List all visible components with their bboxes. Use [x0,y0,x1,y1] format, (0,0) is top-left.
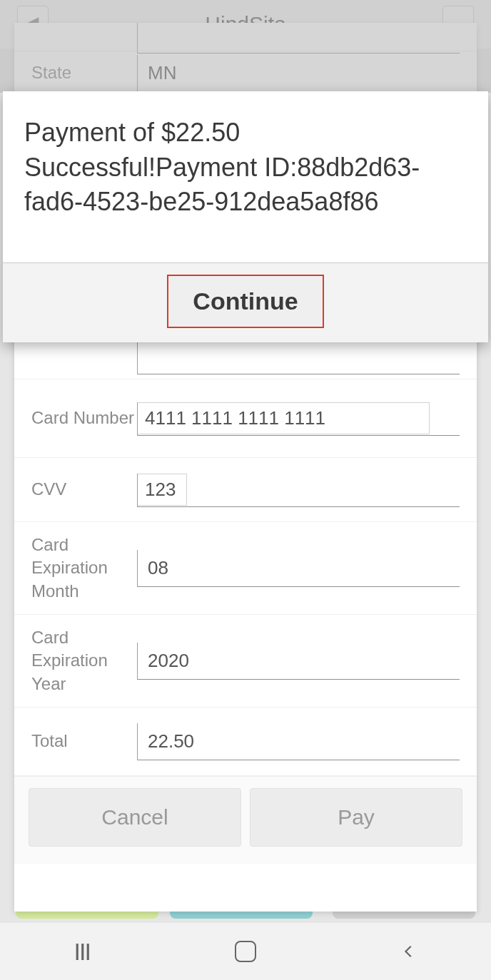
nav-recent-icon[interactable]: III [61,937,103,966]
total-field[interactable] [137,723,460,760]
card-number-field[interactable] [137,402,430,434]
dialog-actions: Continue [3,262,488,342]
nav-back-icon[interactable] [388,937,430,966]
exp-month-field[interactable] [137,550,460,587]
row-exp-year: Card Expiration Year [14,615,477,708]
label-cvv: CVV [31,478,137,501]
cancel-label: Cancel [101,805,168,830]
label-exp-month: Card Expiration Month [31,534,137,603]
dialog-body: Payment of $22.50 Successful!Payment ID:… [3,91,488,262]
label-exp-year: Card Expiration Year [31,626,137,695]
label-card-number: Card Number [31,407,137,429]
row-cvv: CVV [14,458,477,522]
dialog-message: Payment of $22.50 Successful!Payment ID:… [24,116,467,220]
payment-success-dialog: Payment of $22.50 Successful!Payment ID:… [3,91,488,342]
row-phone: Phone [14,338,477,379]
cancel-button[interactable]: Cancel [29,788,241,847]
label-total: Total [31,730,137,752]
continue-button[interactable]: Continue [167,275,323,328]
pay-label: Pay [338,805,375,830]
row-total: Total [14,708,477,776]
exp-year-field[interactable] [137,643,460,680]
cvv-field[interactable] [137,474,187,506]
phone-field[interactable] [137,337,460,374]
continue-label: Continue [193,287,298,315]
pay-button[interactable]: Pay [250,788,462,847]
modal-scrim [0,0,491,93]
android-navbar: III [0,923,491,980]
row-exp-month: Card Expiration Month [14,522,477,615]
nav-home-icon[interactable] [224,937,267,966]
action-row: Cancel Pay [14,776,477,864]
row-card-number: Card Number [14,379,477,458]
